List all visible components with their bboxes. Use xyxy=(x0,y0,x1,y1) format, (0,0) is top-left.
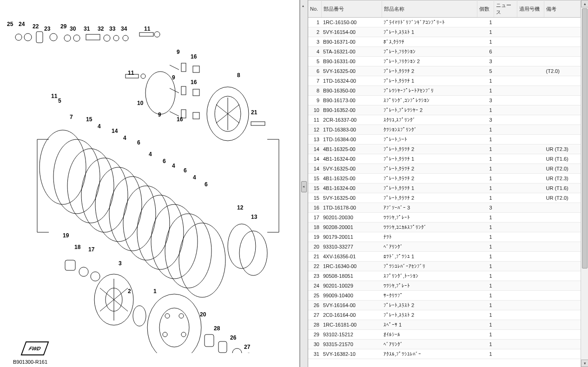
table-row[interactable]: 281RC-16181-00ｽﾍﾟｰｻ 11 xyxy=(308,320,581,330)
table-row[interactable]: 2599009-10400ｻｰｸﾘﾂﾌﾟ1 xyxy=(308,291,581,301)
diagram-callout[interactable]: 23 xyxy=(44,26,50,32)
diagram-callout[interactable]: 14 xyxy=(112,128,118,134)
diagram-callout[interactable]: 33 xyxy=(109,26,115,32)
table-row[interactable]: 71TD-16324-00ﾌﾟﾚｰﾄ,ｸﾗﾂﾁ 11 xyxy=(308,76,581,86)
diagram-callout[interactable]: 6 xyxy=(137,139,140,146)
diagram-callout[interactable]: 22 xyxy=(33,23,39,30)
table-row[interactable]: 45TA-16321-00ﾌﾟﾚｰﾄ,ﾌﾘｸｼﾖﾝ6 xyxy=(308,47,581,57)
table-row[interactable]: 221RC-16340-00ﾌﾟﾂｼﾕﾚﾊﾞｰｱｾﾝﾌﾞﾘ1 xyxy=(308,262,581,271)
col-header-qty[interactable]: 個数 xyxy=(477,0,494,18)
diagram-callout[interactable]: 29 xyxy=(60,23,66,30)
scrollbar-thumb[interactable] xyxy=(582,8,588,269)
diagram-callout[interactable]: 4 xyxy=(193,174,196,181)
table-row[interactable]: 144B1-16325-00ﾌﾟﾚｰﾄ,ｸﾗﾂﾁ 21UR (T2.3) xyxy=(308,144,581,154)
diagram-callout[interactable]: 7 xyxy=(70,114,73,120)
diagram-callout[interactable]: 26 xyxy=(230,334,236,341)
table-row[interactable]: 1890208-20001ﾜﾂｼﾔ,ｺﾆｶﾙｽﾌﾟﾘﾝｸﾞ1 xyxy=(308,223,581,232)
col-header-app[interactable]: 適用号機 xyxy=(517,0,544,18)
col-header-name[interactable]: 部品名称 xyxy=(382,0,477,18)
cell-app xyxy=(517,135,544,144)
diagram-callout[interactable]: 2 xyxy=(128,288,131,295)
table-row[interactable]: 25VY-16154-00ﾌﾟﾚｰﾄ,ｽﾗｽﾄ 11 xyxy=(308,27,581,37)
diagram-callout[interactable]: 3 xyxy=(119,260,122,267)
table-row[interactable]: 5B90-16331-00ﾌﾟﾚｰﾄ,ﾌﾘｸｼﾖﾝ 23 xyxy=(308,57,581,66)
table-row[interactable]: 9B90-16173-00ｽﾌﾟﾘﾝｸﾞ,ｺﾝﾌﾟﾚﾂｼﾖﾝ3 xyxy=(308,96,581,105)
table-row[interactable]: 144B1-16324-00ﾌﾟﾚｰﾄ,ｸﾗﾂﾁ 11UR (T1.6) xyxy=(308,154,581,164)
table-row[interactable]: 2093310-33277ﾍﾞｱﾘﾝｸﾞ1 xyxy=(308,242,581,252)
table-row[interactable]: 1990179-20011ﾅﾂﾄ1 xyxy=(308,232,581,242)
table-row[interactable]: 161TD-16178-00ｱﾌﾞｿｰﾊﾞｰ 33 xyxy=(308,203,581,213)
diagram-callout[interactable]: 27 xyxy=(244,344,250,350)
diagram-callout[interactable]: 32 xyxy=(98,26,104,32)
table-row[interactable]: 131TD-16384-00ﾌﾟﾚｰﾄ,ｼｰﾄ1 xyxy=(308,135,581,144)
diagram-callout[interactable]: 6 xyxy=(205,181,208,188)
diagram-callout[interactable]: 16 xyxy=(191,53,197,60)
scroll-up-button[interactable]: ▴ xyxy=(581,0,588,7)
table-row[interactable]: 112CR-16337-00ｽｸﾘﾕ,ｽﾌﾟﾘﾝｸﾞ3 xyxy=(308,115,581,125)
diagram-callout[interactable]: 31 xyxy=(84,26,90,32)
diagram-callout[interactable]: 5 xyxy=(58,98,61,104)
table-row[interactable]: 154B1-16324-00ﾌﾟﾚｰﾄ,ｸﾗﾂﾁ 11UR (T1.6) xyxy=(308,184,581,193)
diagram-callout[interactable]: 34 xyxy=(121,26,127,32)
table-row[interactable]: 155VY-16325-00ﾌﾟﾚｰﾄ,ｸﾗﾂﾁ 21UR (T2.0) xyxy=(308,193,581,203)
diagram-area[interactable]: 2524222329303132333411119169168111091621… xyxy=(0,0,299,367)
table-row[interactable]: 214XV-16356-01ﾛﾂﾄﾞ,ﾌﾟﾂｼﾕ 11 xyxy=(308,252,581,262)
vertical-scrollbar[interactable]: ▴ ▾ xyxy=(581,0,588,367)
table-row[interactable]: 272C0-16164-00ﾌﾟﾚｰﾄ,ｽﾗｽﾄ 21 xyxy=(308,310,581,320)
splitter-collapse-up-icon[interactable]: ▴ xyxy=(302,4,304,8)
diagram-callout[interactable]: 11 xyxy=(128,70,134,76)
col-header-part[interactable]: 部品番号 xyxy=(321,0,382,18)
scroll-down-button[interactable]: ▾ xyxy=(581,360,588,367)
diagram-callout[interactable]: 1 xyxy=(153,288,157,295)
diagram-callout[interactable]: 18 xyxy=(74,244,80,250)
diagram-callout[interactable]: 16 xyxy=(191,79,197,85)
diagram-callout[interactable]: 9 xyxy=(177,49,180,55)
col-header-note[interactable]: 備考 xyxy=(544,0,581,18)
diagram-callout[interactable]: 25 xyxy=(7,21,13,27)
splitter-grip-icon[interactable]: ◂ xyxy=(301,181,307,192)
table-row[interactable]: 10B90-16352-00ﾌﾟﾚｰﾄ,ﾌﾟﾚﾂｼﾔｰ 21 xyxy=(308,105,581,115)
diagram-callout[interactable]: 10 xyxy=(137,100,143,106)
table-row[interactable]: 11RC-16150-00ﾌﾟﾗｲﾏﾘﾄﾞﾘﾌﾞﾝｷﾞｱｺﾝﾌﾟﾘｰﾄ1 xyxy=(308,18,581,27)
diagram-callout[interactable]: 9 xyxy=(158,111,161,118)
diagram-callout[interactable]: 12 xyxy=(237,204,243,211)
table-row[interactable]: 121TD-16383-00ｸﾂｼﾖﾝｽﾌﾟﾘﾝｸﾞ1 xyxy=(308,125,581,135)
table-row[interactable]: 2993102-15212ｵｲﾙｼｰﾙ1 xyxy=(308,330,581,340)
diagram-callout[interactable]: 6 xyxy=(184,167,187,174)
diagram-callout[interactable]: 11 xyxy=(144,26,150,32)
diagram-callout[interactable]: 6 xyxy=(163,158,166,164)
table-row[interactable]: 145VY-16325-00ﾌﾟﾚｰﾄ,ｸﾗﾂﾁ 21UR (T2.0) xyxy=(308,164,581,174)
table-row[interactable]: 65VY-16325-00ﾌﾟﾚｰﾄ,ｸﾗﾂﾁ 25(T2.0) xyxy=(308,66,581,76)
diagram-callout[interactable]: 9 xyxy=(172,74,175,81)
diagram-callout[interactable]: 4 xyxy=(98,123,101,130)
diagram-callout[interactable]: 4 xyxy=(149,151,152,157)
table-row[interactable]: 3B90-16371-00ﾎﾞｽ,ｸﾗﾂﾁ1 xyxy=(308,37,581,47)
diagram-callout[interactable]: 17 xyxy=(88,246,94,253)
diagram-callout[interactable]: 24 xyxy=(19,21,25,27)
diagram-callout[interactable]: 13 xyxy=(251,214,257,220)
cell-note xyxy=(544,18,581,27)
table-row[interactable]: 265VY-16164-00ﾌﾟﾚｰﾄ,ｽﾗｽﾄ 21 xyxy=(308,301,581,310)
table-row[interactable]: 8B90-16350-00ﾌﾟﾚﾂｼﾔｰﾌﾟﾚｰﾄｱｾﾝﾌﾞﾘ1 xyxy=(308,86,581,96)
diagram-callout[interactable]: 20 xyxy=(200,311,206,318)
diagram-callout[interactable]: 28 xyxy=(214,325,220,332)
table-row[interactable]: 3093315-21570ﾍﾞｱﾘﾝｸﾞ1 xyxy=(308,340,581,349)
diagram-callout[interactable]: 15 xyxy=(86,116,92,123)
diagram-callout[interactable]: 11 xyxy=(51,93,57,99)
diagram-callout[interactable]: 4 xyxy=(123,135,126,141)
diagram-callout[interactable]: 19 xyxy=(63,232,69,239)
table-row[interactable]: 1790201-20030ﾜﾂｼﾔ,ﾌﾟﾚｰﾄ1 xyxy=(308,213,581,223)
diagram-callout[interactable]: 16 xyxy=(177,116,183,123)
table-row[interactable]: 2490201-10029ﾜﾂｼﾔ,ﾌﾟﾚｰﾄ1 xyxy=(308,281,581,291)
diagram-callout[interactable]: 21 xyxy=(251,109,257,116)
table-row[interactable]: 315VY-16382-10ｱｸｽﾙ,ﾌﾟﾂｼﾕﾚﾊﾞｰ1 xyxy=(308,349,581,359)
pane-splitter[interactable]: ▴ ◂ xyxy=(300,0,308,367)
table-row[interactable]: 2390508-18051ｽﾌﾟﾘﾝｸﾞ,ﾄｰｼﾖﾝ1 xyxy=(308,271,581,281)
diagram-callout[interactable]: 30 xyxy=(70,26,76,32)
col-header-news[interactable]: ニュース xyxy=(494,0,517,18)
diagram-callout[interactable]: 8 xyxy=(237,72,240,79)
cell-part: 5VY-16382-10 xyxy=(321,349,382,359)
table-row[interactable]: 154B1-16325-00ﾌﾟﾚｰﾄ,ｸﾗﾂﾁ 21UR (T2.3) xyxy=(308,174,581,184)
diagram-callout[interactable]: 4 xyxy=(172,163,175,169)
col-header-no[interactable]: No. xyxy=(308,0,321,18)
